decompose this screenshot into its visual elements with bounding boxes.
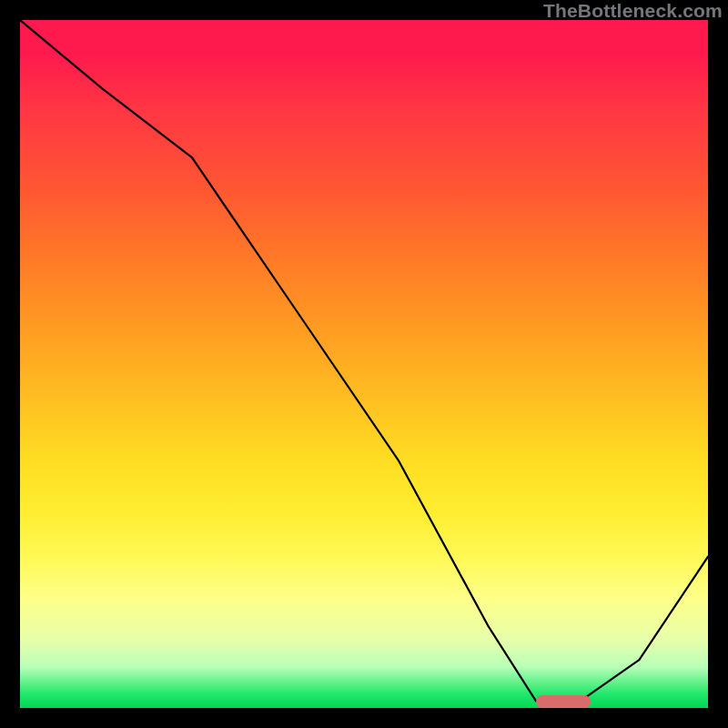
- watermark-text: TheBottleneck.com: [543, 0, 723, 22]
- plot-gradient-background: [20, 20, 708, 708]
- chart-canvas: TheBottleneck.com: [0, 0, 728, 728]
- optimal-range-marker: [536, 695, 591, 708]
